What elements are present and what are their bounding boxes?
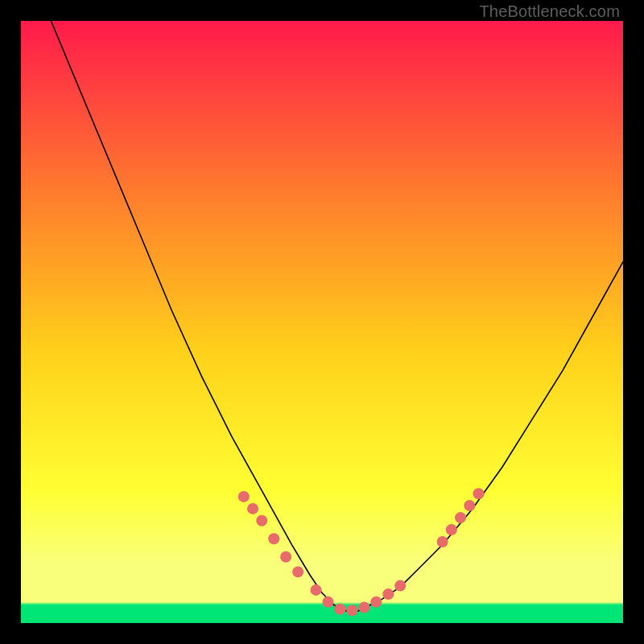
curve-marker (334, 604, 345, 615)
watermark-text: TheBottleneck.com (479, 2, 620, 21)
curve-marker (256, 515, 267, 526)
curve-markers (238, 488, 485, 616)
curve-marker (292, 566, 303, 577)
curve-marker (382, 588, 394, 600)
curve-marker (280, 551, 291, 563)
curve-marker (437, 536, 448, 547)
chart-plot (21, 21, 623, 623)
curve-marker (446, 524, 457, 535)
curve-marker (394, 580, 406, 592)
chart-frame (21, 21, 623, 623)
curve-marker (358, 602, 369, 613)
curve-marker (473, 488, 485, 499)
curve-marker (268, 533, 279, 544)
curve-marker (346, 605, 357, 616)
curve-marker (464, 500, 475, 511)
curve-marker (238, 491, 250, 502)
bottleneck-curve (51, 21, 623, 611)
curve-marker (323, 597, 334, 608)
curve-marker (455, 512, 466, 523)
curve-marker (370, 597, 382, 608)
curve-marker (311, 584, 322, 596)
curve-marker (247, 503, 258, 514)
